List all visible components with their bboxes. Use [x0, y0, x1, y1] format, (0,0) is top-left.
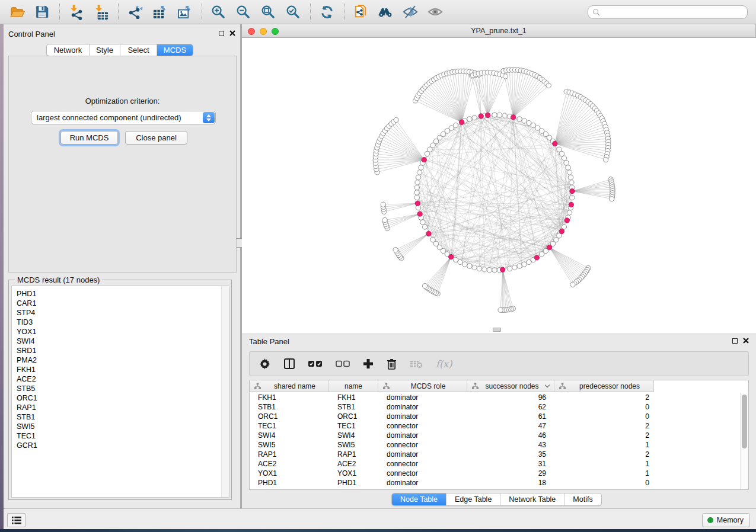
- table-cell[interactable]: ACE2: [250, 459, 329, 469]
- tab-node-table[interactable]: Node Table: [392, 493, 446, 505]
- table-row[interactable]: SWI4SWI4dominator462: [250, 431, 748, 440]
- table-cell[interactable]: SWI4: [329, 431, 378, 440]
- table-cell[interactable]: dominator: [378, 402, 467, 412]
- import-table-icon[interactable]: [91, 2, 111, 22]
- table-cell[interactable]: connector: [378, 459, 467, 469]
- zoom-in-icon[interactable]: [208, 2, 228, 22]
- column-header-mcds-role[interactable]: MCDS role: [378, 380, 467, 392]
- mcds-list-scrollbar[interactable]: [221, 286, 229, 497]
- table-row[interactable]: ACE2ACE2connector311: [250, 459, 748, 469]
- tab-select[interactable]: Select: [120, 44, 157, 56]
- tab-mcds[interactable]: MCDS: [157, 44, 193, 56]
- table-cell[interactable]: 62: [467, 402, 554, 412]
- table-cell[interactable]: 2: [554, 450, 654, 459]
- table-cell[interactable]: connector: [378, 469, 467, 478]
- close-table-panel-icon[interactable]: [743, 338, 749, 344]
- export-image-icon[interactable]: [174, 2, 194, 22]
- table-cell[interactable]: 47: [467, 421, 554, 431]
- table-cell[interactable]: 46: [467, 431, 554, 440]
- table-cell[interactable]: 1: [554, 459, 654, 469]
- horizontal-splitter-handle[interactable]: [493, 328, 501, 332]
- table-cell[interactable]: connector: [378, 440, 467, 450]
- zoom-selected-icon[interactable]: [283, 2, 303, 22]
- table-cell[interactable]: ORC1: [329, 412, 378, 421]
- table-cell[interactable]: TEC1: [250, 421, 329, 431]
- import-network-icon[interactable]: [66, 2, 86, 22]
- table-cell[interactable]: TEC1: [329, 421, 378, 431]
- tab-network-table[interactable]: Network Table: [500, 493, 564, 505]
- table-cell[interactable]: PHD1: [329, 478, 378, 488]
- table-cell[interactable]: ORC1: [250, 412, 329, 421]
- table-scrollbar-thumb[interactable]: [742, 395, 747, 448]
- mcds-result-item[interactable]: SWI4: [12, 336, 229, 346]
- mcds-result-item[interactable]: TID3: [12, 318, 229, 327]
- table-cell[interactable]: dominator: [378, 431, 467, 440]
- table-row[interactable]: SWI5SWI5connector431: [250, 440, 748, 450]
- table-cell[interactable]: 2: [554, 431, 654, 440]
- mcds-result-item[interactable]: TEC1: [12, 431, 229, 441]
- table-cell[interactable]: SWI4: [250, 431, 329, 440]
- table-row[interactable]: ORC1ORC1dominator610: [250, 412, 748, 421]
- mcds-result-item[interactable]: GCR1: [12, 441, 229, 450]
- table-cell[interactable]: STB1: [329, 402, 378, 412]
- mcds-result-item[interactable]: STB5: [12, 384, 229, 393]
- table-row[interactable]: PHD1PHD1dominator180: [250, 478, 748, 488]
- tab-network[interactable]: Network: [47, 44, 90, 56]
- column-header-predecessor-nodes[interactable]: predecessor nodes: [554, 380, 654, 392]
- export-network-icon[interactable]: [125, 2, 145, 22]
- table-scrollbar[interactable]: [740, 393, 748, 489]
- table-cell[interactable]: SWI5: [250, 440, 329, 450]
- table-cell[interactable]: 2: [554, 421, 654, 431]
- table-cell[interactable]: FKH1: [250, 393, 329, 402]
- table-row[interactable]: RAP1RAP1dominator352: [250, 450, 748, 459]
- table-cell[interactable]: YOX1: [250, 469, 329, 478]
- table-cell[interactable]: 2: [554, 393, 654, 402]
- zoom-fit-icon[interactable]: [258, 2, 278, 22]
- mcds-result-item[interactable]: RAP1: [12, 403, 229, 412]
- mcds-result-item[interactable]: ACE2: [12, 374, 229, 384]
- table-cell[interactable]: 0: [554, 402, 654, 412]
- mcds-result-item[interactable]: SWI5: [12, 422, 229, 431]
- mcds-result-item[interactable]: FKH1: [12, 365, 229, 374]
- tab-style[interactable]: Style: [90, 44, 120, 56]
- clone-network-icon[interactable]: [350, 2, 371, 22]
- table-cell[interactable]: 0: [554, 478, 654, 488]
- table-cell[interactable]: dominator: [378, 412, 467, 421]
- close-panel-icon[interactable]: [229, 30, 235, 36]
- open-file-icon[interactable]: [7, 2, 27, 22]
- float-panel-icon[interactable]: [219, 31, 224, 36]
- close-panel-button[interactable]: Close panel: [125, 131, 187, 145]
- memory-button[interactable]: Memory: [702, 513, 750, 527]
- table-cell[interactable]: 96: [467, 393, 554, 402]
- column-header-name[interactable]: name: [329, 380, 378, 392]
- column-header-shared-name[interactable]: shared name: [250, 380, 329, 392]
- table-cell[interactable]: connector: [378, 421, 467, 431]
- graphics-details-icon[interactable]: [400, 2, 420, 22]
- eye-icon[interactable]: [425, 2, 445, 22]
- task-history-button[interactable]: [7, 513, 25, 527]
- tab-edge-table[interactable]: Edge Table: [446, 493, 500, 505]
- export-table-icon[interactable]: [149, 2, 170, 22]
- table-row[interactable]: FKH1FKH1dominator962: [250, 393, 748, 402]
- table-cell[interactable]: dominator: [378, 450, 467, 459]
- table-cell[interactable]: 61: [467, 412, 554, 421]
- float-table-panel-icon[interactable]: [732, 338, 738, 344]
- table-cell[interactable]: dominator: [378, 478, 467, 488]
- table-cell[interactable]: FKH1: [329, 393, 378, 402]
- select-all-icon[interactable]: [308, 360, 323, 368]
- mcds-result-item[interactable]: CAR1: [12, 299, 229, 308]
- mcds-result-item[interactable]: PMA2: [12, 355, 229, 365]
- delete-column-icon[interactable]: [387, 358, 397, 370]
- tab-motifs[interactable]: Motifs: [564, 493, 601, 505]
- criterion-dropdown[interactable]: largest connected component (undirected): [31, 111, 216, 124]
- table-row[interactable]: TEC1TEC1connector472: [250, 421, 748, 431]
- table-cell[interactable]: 43: [467, 440, 554, 450]
- table-cell[interactable]: dominator: [378, 393, 467, 402]
- zoom-out-icon[interactable]: [233, 2, 253, 22]
- table-row[interactable]: STB1STB1dominator620: [250, 402, 748, 412]
- table-cell[interactable]: 0: [554, 412, 654, 421]
- table-cell[interactable]: 1: [554, 440, 654, 450]
- table-cell[interactable]: 1: [554, 469, 654, 478]
- table-cell[interactable]: 31: [467, 459, 554, 469]
- network-canvas[interactable]: [242, 38, 756, 333]
